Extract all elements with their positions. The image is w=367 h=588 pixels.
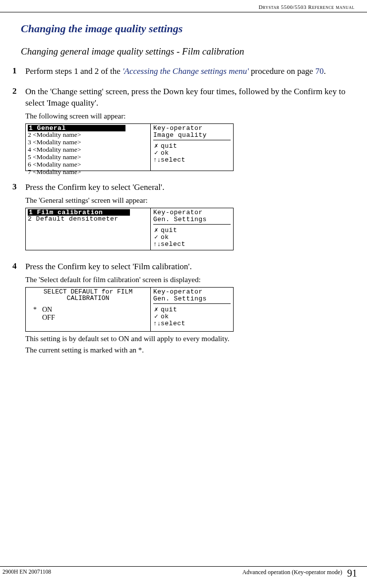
screen-selected-item: 1 Film calibration xyxy=(28,209,130,216)
screen-item: 5 <Modality name> xyxy=(28,154,148,161)
page-content: Changing the image quality settings Chan… xyxy=(0,22,367,357)
doc-title: Drystar 5500/5503 Reference manual xyxy=(258,4,355,10)
check-icon: ✓ xyxy=(153,234,159,241)
check-icon: ✓ xyxy=(153,150,159,157)
step-text: Perform steps 1 and 2 of the 'Accessing … xyxy=(25,66,350,77)
step-4: 4 Press the Confirm key to select 'Film … xyxy=(15,261,350,357)
step-number: 4 xyxy=(12,261,21,357)
menu-quit: quit xyxy=(161,143,177,150)
screen-right-title1: Key-operator xyxy=(153,209,231,216)
footer-doc-id: 2900H EN 20071108 xyxy=(2,569,51,575)
x-icon: ✗ xyxy=(153,306,159,313)
screen-film-calibration: SELECT DEFAULT for FILM CALIBRATION * ON… xyxy=(25,287,234,332)
page-footer: 2900H EN 20071108 Advanced operation (Ke… xyxy=(0,566,367,579)
step-text: Press the Confirm key to select 'Film ca… xyxy=(25,261,350,273)
step-3: 3 Press the Confirm key to select 'Gener… xyxy=(15,182,350,252)
screen-right-title2: Gen. Settings xyxy=(153,295,231,302)
selected-marker: * xyxy=(33,306,42,314)
menu-ok: ok xyxy=(161,150,169,157)
menu-ok: ok xyxy=(161,234,169,241)
x-icon: ✗ xyxy=(153,143,159,150)
footer-page-number: 91 xyxy=(347,568,357,579)
screen-item: 3 <Modality name> xyxy=(28,139,148,146)
option-on: ON xyxy=(42,306,52,314)
menu-select: select xyxy=(161,241,185,248)
screen-right-title1: Key-operator xyxy=(153,125,231,132)
menu-quit: quit xyxy=(161,306,177,313)
check-icon: ✓ xyxy=(153,313,159,320)
step-1: 1 Perform steps 1 and 2 of the 'Accessin… xyxy=(15,66,350,77)
screen3-title2: CALIBRATION xyxy=(26,295,150,302)
menu-select: select xyxy=(161,320,185,327)
option-off: OFF xyxy=(42,314,55,322)
screen3-title1: SELECT DEFAULT for FILM xyxy=(26,289,150,295)
screen-selected-item: 1 General xyxy=(28,125,125,132)
step-number: 2 xyxy=(12,86,21,173)
screen-item: 4 <Modality name> xyxy=(28,146,148,154)
menu-select: select xyxy=(161,157,185,164)
screen-item: 2 <Modality name> xyxy=(28,131,148,139)
updown-icon: ↑↓ xyxy=(153,241,159,248)
updown-icon: ↑↓ xyxy=(153,157,159,164)
step-text: Press the Confirm key to select 'General… xyxy=(25,182,350,193)
screen-item: 2 Default densitometer xyxy=(28,216,148,223)
link-page[interactable]: 70 xyxy=(315,66,324,76)
updown-icon: ↑↓ xyxy=(153,320,159,327)
subsection-title: Changing general image quality settings … xyxy=(21,46,350,57)
link-procedure[interactable]: 'Accessing the Change settings menu' xyxy=(122,66,249,76)
screen-general-settings: 1 Film calibration 2 Default densitomete… xyxy=(25,208,234,250)
step-note1: This setting is by default set to ON and… xyxy=(25,335,350,343)
section-title: Changing the image quality settings xyxy=(21,22,350,35)
step-2: 2 On the 'Change setting' screen, press … xyxy=(15,86,350,173)
menu-quit: quit xyxy=(161,227,177,234)
step-number: 3 xyxy=(12,182,21,252)
screen-right-title2: Gen. Settings xyxy=(153,216,231,223)
step-note2: The current setting is marked with an *. xyxy=(25,346,350,354)
text-prefix: Perform steps 1 and 2 of the xyxy=(25,66,122,76)
screen-item: 6 <Modality name> xyxy=(28,161,148,169)
step-subtext: The following screen will appear: xyxy=(25,112,350,120)
step-subtext: The 'Select default for film calibration… xyxy=(25,276,350,284)
step-number: 1 xyxy=(12,66,21,77)
text-suffix: . xyxy=(324,66,326,76)
x-icon: ✗ xyxy=(153,227,159,234)
screen-image-quality: 1 General 2 <Modality name> 3 <Modality … xyxy=(25,123,234,171)
text-mid: procedure on page xyxy=(249,66,315,76)
screen-item: 7 <Modality name> xyxy=(28,169,148,176)
footer-section: Advanced operation (Key-operator mode) xyxy=(242,569,342,576)
screen-right-title2: Image quality xyxy=(153,132,231,139)
step-text: On the 'Change setting' screen, press th… xyxy=(25,86,350,109)
screen-right-title1: Key-operator xyxy=(153,289,231,295)
step-subtext: The 'General settings' screen will appea… xyxy=(25,196,350,205)
menu-ok: ok xyxy=(161,313,169,320)
page-header: Drystar 5500/5503 Reference manual xyxy=(0,0,367,12)
unselected-marker xyxy=(33,314,42,322)
